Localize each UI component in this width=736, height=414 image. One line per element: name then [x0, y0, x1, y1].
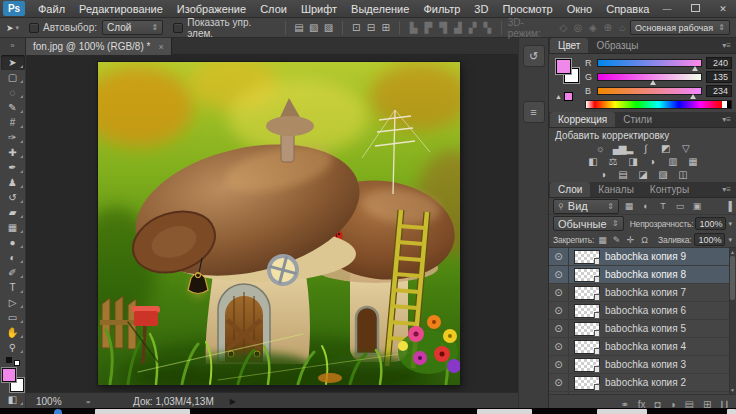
- panel-tab[interactable]: Цвет: [550, 38, 588, 53]
- hand-tool[interactable]: ✋: [1, 325, 25, 340]
- align-centers-h-icon[interactable]: ▛: [421, 19, 436, 37]
- panel-menu-icon[interactable]: ▾≡: [717, 182, 736, 197]
- menu-item[interactable]: Редактирование: [72, 0, 170, 18]
- filter-pixel-layers-icon[interactable]: ▦: [622, 201, 636, 211]
- layer-row[interactable]: ⊙ babochka копия 8: [549, 266, 736, 284]
- tool-preset-caret-icon[interactable]: ▾: [16, 24, 20, 32]
- layer-row[interactable]: ⊙ babochka копия 3: [549, 356, 736, 374]
- exposure-icon[interactable]: ◩: [658, 143, 672, 154]
- opacity-caret-icon[interactable]: ▾: [728, 220, 732, 228]
- align-centers-v-icon[interactable]: ▞: [465, 19, 480, 37]
- layer-visibility-toggle[interactable]: ⊙: [549, 320, 569, 337]
- layer-thumbnail[interactable]: [574, 322, 600, 336]
- channel-value-field[interactable]: 135: [706, 71, 732, 83]
- align-bottom-edges-icon[interactable]: ▚: [480, 19, 495, 37]
- filter-type-layers-icon[interactable]: T: [656, 201, 670, 211]
- filter-shape-layers-icon[interactable]: ▭: [673, 201, 687, 211]
- eyedropper-tool[interactable]: ✑: [1, 130, 25, 145]
- gamut-warning[interactable]: ▲: [555, 92, 573, 101]
- layers-scrollbar[interactable]: ▲ ▼: [729, 248, 736, 394]
- layer-row[interactable]: ⊙ babochka копия 4: [549, 338, 736, 356]
- posterize-icon[interactable]: ▤: [616, 169, 630, 180]
- autoselect-checkbox[interactable]: [29, 23, 39, 33]
- align-right-edges-icon[interactable]: ▜: [436, 19, 451, 37]
- menu-item[interactable]: Выделение: [344, 0, 416, 18]
- eraser-tool[interactable]: ▰: [1, 205, 25, 220]
- layer-row[interactable]: ⊙ babochka копия 7: [549, 284, 736, 302]
- layer-visibility-toggle[interactable]: ⊙: [549, 374, 569, 391]
- layer-thumbnail[interactable]: [574, 268, 600, 282]
- panel-tab[interactable]: Каналы: [590, 182, 642, 197]
- slider-handle[interactable]: [692, 66, 698, 71]
- black-white-icon[interactable]: ◨: [626, 156, 640, 167]
- restore-button[interactable]: [688, 4, 702, 14]
- lock-all-icon[interactable]: Ω: [639, 235, 650, 245]
- transform-icon-2[interactable]: ⊟: [364, 19, 379, 37]
- hue-saturation-icon[interactable]: ◧: [586, 156, 600, 167]
- slider-handle[interactable]: [690, 94, 696, 99]
- color-lookup-icon[interactable]: ▦: [686, 156, 700, 167]
- panel-menu-icon[interactable]: ▾≡: [717, 112, 736, 127]
- scroll-down-icon[interactable]: ▼: [729, 387, 736, 393]
- layer-thumbnail[interactable]: [574, 340, 600, 354]
- properties-panel-icon[interactable]: ≡: [523, 101, 545, 123]
- channel-value-field[interactable]: 240: [706, 57, 732, 69]
- slider-handle[interactable]: [650, 80, 656, 85]
- layer-thumbnail[interactable]: [574, 376, 600, 390]
- rectangle-tool[interactable]: ▭: [1, 310, 25, 325]
- zoom-tool[interactable]: ⚲: [1, 340, 25, 355]
- channel-slider[interactable]: [597, 59, 702, 67]
- lasso-tool[interactable]: ◌: [1, 85, 25, 100]
- layer-row[interactable]: ⊙ babochka копия 2: [549, 374, 736, 392]
- photo-filter-icon[interactable]: ◗: [646, 156, 660, 167]
- channel-slider[interactable]: [597, 73, 702, 81]
- align-left-edges-icon[interactable]: ▙: [406, 19, 421, 37]
- layer-visibility-toggle[interactable]: ⊙: [549, 302, 569, 319]
- menu-item[interactable]: Фильтр: [416, 0, 467, 18]
- threshold-icon[interactable]: ◪: [636, 169, 650, 180]
- layer-visibility-toggle[interactable]: ⊙: [549, 392, 569, 394]
- layer-row[interactable]: ⊙ babochka копия 9: [549, 248, 736, 266]
- zoom-level-field[interactable]: 100%: [26, 396, 72, 407]
- document-size-info[interactable]: Док: 1,03M/4,13M: [133, 396, 214, 407]
- layer-thumbnail[interactable]: [574, 286, 600, 300]
- invert-icon[interactable]: ◑: [596, 169, 610, 180]
- layer-thumbnail[interactable]: [574, 358, 600, 372]
- minimize-button[interactable]: —: [660, 4, 674, 14]
- filter-adjustment-layers-icon[interactable]: ◐: [639, 201, 653, 211]
- transform-icon-3[interactable]: ⊞: [378, 19, 393, 37]
- quick-mask-button[interactable]: ◧: [1, 392, 25, 407]
- document-tab[interactable]: fon.jpg @ 100% (RGB/8) * ×: [26, 38, 172, 55]
- color-spectrum-ramp[interactable]: [585, 100, 732, 109]
- layer-row[interactable]: ⊙ babochka копия 5: [549, 320, 736, 338]
- fill-caret-icon[interactable]: ▾: [728, 236, 732, 244]
- scroll-up-icon[interactable]: ▲: [729, 249, 736, 255]
- lock-paint-icon[interactable]: ✎: [611, 235, 622, 245]
- menu-item[interactable]: Шрифт: [294, 0, 344, 18]
- layer-row[interactable]: ⊙ babochka копия 6: [549, 302, 736, 320]
- blur-tool[interactable]: ●: [1, 235, 25, 250]
- pen-tool[interactable]: ✐: [1, 265, 25, 280]
- status-expand-icon[interactable]: ▶: [230, 397, 236, 406]
- layer-visibility-toggle[interactable]: ⊙: [549, 248, 569, 265]
- curves-icon[interactable]: ∫: [638, 143, 652, 154]
- workspace-select[interactable]: Основная рабочая среда ⇕: [630, 20, 730, 35]
- panel-tab[interactable]: Стили: [615, 112, 660, 127]
- menu-item[interactable]: Файл: [31, 0, 72, 18]
- menu-item[interactable]: 3D: [467, 0, 495, 18]
- menu-item[interactable]: Слои: [253, 0, 294, 18]
- history-brush-tool[interactable]: ↺: [1, 190, 25, 205]
- autoselect-target-select[interactable]: Слой ⇕: [102, 20, 163, 35]
- arrange-icon-1[interactable]: ▤: [292, 19, 307, 37]
- selective-color-icon[interactable]: ▨: [656, 169, 670, 180]
- layer-visibility-toggle[interactable]: ⊙: [549, 284, 569, 301]
- black-swatch[interactable]: [727, 101, 731, 108]
- healing-brush-tool[interactable]: ✚: [1, 145, 25, 160]
- layer-thumbnail[interactable]: [574, 304, 600, 318]
- levels-icon[interactable]: ▄▆▂: [613, 143, 632, 154]
- layer-visibility-toggle[interactable]: ⊙: [549, 338, 569, 355]
- panel-tab[interactable]: Образцы: [588, 38, 646, 53]
- show-transform-controls-checkbox[interactable]: [173, 23, 183, 33]
- filter-smart-objects-icon[interactable]: ▣: [690, 201, 704, 211]
- dodge-tool[interactable]: ◐: [1, 250, 25, 265]
